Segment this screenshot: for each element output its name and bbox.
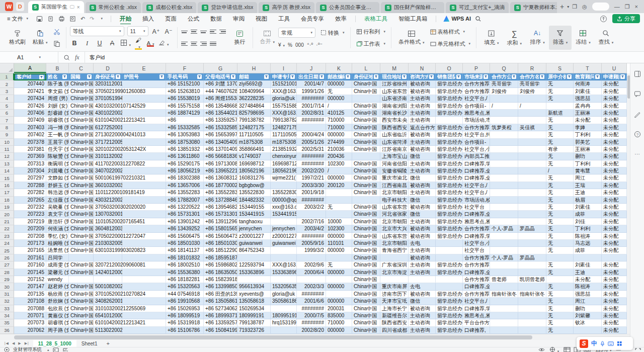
cell-I33[interactable] [271, 305, 297, 312]
cell-K31[interactable] [326, 291, 352, 298]
cell-P32[interactable]: 社交平台,/ [463, 298, 490, 305]
cell-F16[interactable]: +86 13657006 [166, 182, 204, 189]
cell-I5[interactable]: 155751588 [271, 103, 297, 110]
cell-M7[interactable]: 西安市未央 [380, 117, 409, 124]
cell-B26[interactable]: 吕同学 [46, 254, 69, 261]
tab-插入[interactable]: 插入 [137, 14, 159, 24]
normal-view-icon[interactable] [564, 347, 571, 352]
cell-L15[interactable]: China中国 [352, 174, 380, 182]
cell-M26[interactable] [380, 254, 409, 261]
add-sheet-button[interactable]: + [102, 340, 113, 346]
cell-L18[interactable] [352, 197, 380, 204]
cell-N15[interactable]: 微信 [409, 174, 436, 182]
increase-decimal-icon[interactable]: ⁺·⁰ [307, 42, 313, 48]
cell-S12[interactable]: 无 [546, 153, 574, 160]
header-filter-icon[interactable] [429, 74, 434, 79]
cell-C27[interactable]: China中国 [69, 261, 94, 269]
cell-M21[interactable]: 北京市朝阳 [380, 218, 409, 225]
cell-D6[interactable]: 430102200208315525 [94, 110, 122, 117]
cell-O8[interactable]: 留学总经办 [436, 124, 463, 131]
cell-K12[interactable]: 200436 [326, 153, 352, 160]
column-header-C[interactable]: C [69, 63, 94, 73]
row-header-24[interactable]: 24 [0, 240, 14, 247]
align-bottom-icon[interactable] [200, 30, 207, 34]
row-header-8[interactable]: 8 [0, 124, 14, 131]
cell-B27[interactable]: 成雨雯 (女 [46, 261, 69, 269]
copy-icon[interactable] [53, 40, 60, 47]
cell-R24[interactable] [518, 240, 546, 247]
header-filter-icon[interactable] [62, 74, 67, 79]
cell-E9[interactable] [122, 131, 166, 138]
cell-A33[interactable]: 207088 [14, 305, 46, 312]
cell-D28[interactable]: 142401200006041426 [94, 269, 122, 276]
cell-R31[interactable]: 指南针张冬 [518, 291, 546, 298]
cell-D35[interactable]: 610104200212213421 [94, 319, 122, 326]
cell-N12[interactable]: 微信 [409, 153, 436, 160]
cell-O31[interactable]: 留学总经办 [436, 291, 463, 298]
cell-S35[interactable]: 无 [546, 319, 574, 326]
cell-I30[interactable]: 153205635 [271, 283, 297, 290]
minimize-button[interactable]: — [614, 4, 620, 10]
cell-M2[interactable]: 江苏省徐州 [380, 80, 409, 87]
cell-G16[interactable]: +86 1877000215 [204, 182, 237, 189]
cell-E28[interactable] [122, 269, 166, 276]
cell-N22[interactable]: 被动咨询 [409, 225, 436, 232]
cell-G17[interactable]: +86 1355228300 [204, 189, 237, 196]
cell-U24[interactable]: 未分配 [602, 240, 627, 247]
cell-Q10[interactable] [490, 139, 518, 146]
cell-M31[interactable]: 济南市历下 [380, 291, 409, 298]
column-header-T[interactable]: T [574, 63, 602, 73]
cell-C28[interactable]: China中国 [69, 269, 94, 276]
cell-B21[interactable]: 唐浩轩 (男 [46, 218, 69, 225]
cell-Q29[interactable]: 曾老师 [490, 276, 518, 283]
row-header-21[interactable]: 21 [0, 218, 14, 225]
row-header-10[interactable]: 10 [0, 139, 14, 146]
cell-F6[interactable]: +86 18874129 [166, 110, 204, 117]
header-filter-icon[interactable] [374, 74, 378, 79]
cell-F33[interactable]: +86 15026953 [166, 305, 204, 312]
doc-tab[interactable]: S高学历 教授.xlsx [259, 2, 314, 13]
ime-toolbar[interactable]: S 中 [577, 337, 633, 350]
row-header-34[interactable]: 34 [0, 312, 14, 319]
row-header-33[interactable]: 33 [0, 305, 14, 312]
cell-S34[interactable]: 无 [546, 312, 574, 319]
cell-I24[interactable]: guiwanwei [271, 240, 297, 247]
justify-icon[interactable] [210, 41, 216, 47]
cell-R14[interactable] [518, 167, 546, 174]
cell-P36[interactable]: 口碑推荐, [463, 327, 490, 334]
cell-Q8[interactable]: 筑梦美程 [490, 124, 518, 131]
cell-T35[interactable]: 钦冰 [574, 319, 602, 326]
cell-B2[interactable]: 陈子逸 (男 [46, 80, 69, 87]
close-icon[interactable]: × [77, 5, 80, 10]
cell-G29[interactable]: +86 1582391866 [204, 276, 237, 283]
cell-B24[interactable]: 桂婉唯 (女 [46, 240, 69, 247]
avatar[interactable] [592, 3, 609, 11]
cell-H23[interactable]: z20001227 [237, 233, 271, 240]
layout-icon[interactable]: ❐ [572, 4, 577, 10]
cell-H5[interactable]: 327484864 [237, 103, 271, 110]
thousands-separator-icon[interactable]: 000 [295, 42, 304, 48]
cell-B20[interactable]: 袁文宇 (女 [46, 211, 69, 218]
cell-S6[interactable]: 新航道 [546, 110, 574, 117]
cell-C8[interactable]: China中国 [69, 124, 94, 131]
cell-C20[interactable]: China中国 [69, 211, 94, 218]
cell-S31[interactable]: 无 [546, 291, 574, 298]
cell-P34[interactable]: 雅思考点,雅 [463, 312, 490, 319]
cell-U2[interactable]: 未分配 [602, 80, 627, 87]
cell-S3[interactable]: 无 [546, 88, 574, 95]
cell-J12[interactable]: ######## [297, 153, 326, 160]
cell-P6[interactable]: 雅思考点,雅 [463, 110, 490, 117]
tab-list-chevron-icon[interactable]: ▾ [567, 5, 569, 9]
cell-O9[interactable]: 留学总经办 [436, 131, 463, 138]
cell-L20[interactable]: China中国 [352, 211, 380, 218]
cell-O4[interactable]: 留学总经办 [436, 95, 463, 102]
cell-A17[interactable]: 207282 [14, 189, 46, 196]
cell-F21[interactable]: +86 13901242 [166, 218, 204, 225]
row-header-13[interactable]: 13 [0, 160, 14, 167]
cell-T4[interactable]: 强思喆 [574, 95, 602, 102]
header-cell-F[interactable]: 手机号码 [166, 73, 204, 80]
cell-Q17[interactable] [490, 189, 518, 196]
cell-O36[interactable]: 留学总经办 [436, 327, 463, 334]
cell-F30[interactable]: +86 15320563 [166, 283, 204, 290]
cell-J15[interactable]: 1997/2/21 [297, 174, 326, 182]
